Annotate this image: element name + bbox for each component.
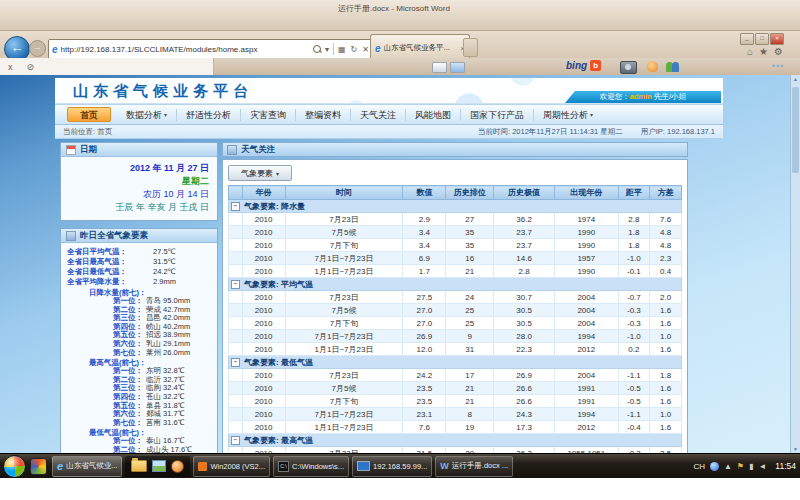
table-cell: 2004 xyxy=(555,291,618,304)
collapse-icon[interactable]: − xyxy=(231,280,240,289)
table-group-row[interactable]: −气象要素: 最高气温 xyxy=(229,434,682,447)
taskbar-task-word[interactable]: W 运行手册.docx ... xyxy=(435,456,513,477)
nav-item-2[interactable]: 舒适性分析 xyxy=(177,109,241,121)
volume-icon[interactable]: ◄ xyxy=(758,462,766,471)
scroll-up-icon[interactable]: ▲ xyxy=(791,76,800,82)
command-bar: x ⊘ bing b ••• xyxy=(0,58,800,75)
network-globe-icon[interactable] xyxy=(710,462,719,471)
camera-icon[interactable] xyxy=(620,61,637,74)
page-viewport: 山东省气候业务平台 欢迎您：admin 先生/小姐 首页数据分析▾舒适性分析灾害… xyxy=(0,75,800,453)
taskbar-task-vm[interactable]: Win2008 (VS2... xyxy=(193,456,270,477)
summary-item: 全省日最低气温：24.2℃ xyxy=(67,267,214,277)
overflow-dots-icon[interactable]: ••• xyxy=(772,61,784,71)
stop-button[interactable]: ✕ xyxy=(361,45,370,54)
paw-icon[interactable] xyxy=(647,61,658,72)
taskbar-task-ie[interactable]: e 山东省气候业... xyxy=(52,456,122,477)
collapse-icon[interactable]: − xyxy=(231,358,240,367)
people-icon[interactable] xyxy=(666,61,680,72)
date-panel-title: 日期 xyxy=(80,144,97,156)
compatibility-view-icon[interactable]: ▦ xyxy=(337,45,347,54)
table-cell: 7月下旬 xyxy=(285,317,403,330)
explorer-folder-icon[interactable] xyxy=(131,460,147,472)
date-panel-header: 日期 xyxy=(61,143,217,157)
table-group-row[interactable]: −气象要素: 最低气温 xyxy=(229,356,682,369)
mail-icon[interactable] xyxy=(432,62,447,73)
vm-icon xyxy=(198,462,207,471)
summary-label: 全省日最低气温： xyxy=(67,267,153,277)
taskbar-task-cmd[interactable]: C:\ C:\Windows\s... xyxy=(273,456,349,477)
table-cell: 2010 xyxy=(242,239,285,252)
network-icon[interactable]: ▮ xyxy=(749,462,753,471)
quick-launch-icon[interactable] xyxy=(30,458,47,475)
nav-item-1[interactable]: 数据分析▾ xyxy=(117,109,177,121)
tab-title[interactable]: 山东省气候业务平... xyxy=(384,43,458,53)
table-cell: 1.7 xyxy=(403,265,446,278)
search-dropdown-icon[interactable]: ▾ xyxy=(324,45,330,54)
nav-item-5[interactable]: 天气关注 xyxy=(351,109,406,121)
maximize-button[interactable]: □ xyxy=(755,33,769,45)
home-icon[interactable]: ⌂ xyxy=(747,46,753,57)
close-button[interactable]: × xyxy=(770,33,784,45)
refresh-button[interactable]: ↻ xyxy=(350,45,359,54)
scroll-down-icon[interactable]: ▼ xyxy=(791,446,800,452)
table-cell: 2010 xyxy=(242,213,285,226)
table-cell: 17.3 xyxy=(493,421,554,434)
table-cell: 2010 xyxy=(242,421,285,434)
image-viewer-icon[interactable] xyxy=(152,460,166,472)
language-indicator[interactable]: CH xyxy=(693,462,705,471)
group-cell: −气象要素: 最低气温 xyxy=(229,356,682,369)
expand-cell xyxy=(229,226,243,239)
nav-item-8[interactable]: 周期性分析▾ xyxy=(534,109,602,121)
expand-cell xyxy=(229,239,243,252)
collapse-icon[interactable]: − xyxy=(231,202,240,211)
close-toolbar-button[interactable]: x xyxy=(8,62,13,72)
table-cell: 2004 xyxy=(555,369,618,382)
group-name: 气象要素: 最高气温 xyxy=(244,436,313,445)
page-scrollbar[interactable]: ▲ ▼ xyxy=(790,75,800,453)
settings-gear-icon[interactable]: ⚙ xyxy=(774,46,783,57)
nav-item-6[interactable]: 风能地图 xyxy=(406,109,461,121)
taskbar-clock[interactable]: 11:54 xyxy=(771,461,796,471)
table-group-row[interactable]: −气象要素: 平均气温 xyxy=(229,278,682,291)
task-label: 192.168.59.99... xyxy=(373,462,427,471)
table-cell: 1月1日~7月23日 xyxy=(285,265,403,278)
nav-item-label: 舒适性分析 xyxy=(186,109,231,121)
message-icon[interactable] xyxy=(450,62,465,73)
table-cell: 36.2 xyxy=(493,213,554,226)
nav-item-3[interactable]: 灾害查询 xyxy=(241,109,296,121)
weekday: 星期二 xyxy=(69,175,209,188)
element-filter-button[interactable]: 气象要素 ▾ xyxy=(228,165,292,181)
table-cell: 19 xyxy=(446,421,494,434)
show-hidden-icons-arrow[interactable]: ▲ xyxy=(724,462,732,471)
table-row: 20107月下旬23.52126.61991-0.51.6 xyxy=(229,395,682,408)
table-cell: 25 xyxy=(446,317,494,330)
action-center-flag-icon[interactable]: ⚑ xyxy=(737,462,744,471)
table-cell: 21 xyxy=(446,395,494,408)
favorites-star-icon[interactable]: ★ xyxy=(759,46,768,57)
table-cell: 2.8 xyxy=(618,213,650,226)
new-tab-button[interactable] xyxy=(463,38,478,57)
rank-value: 成山头 17.6℃ xyxy=(146,446,192,453)
address-bar[interactable]: e http://192.168.137.1/SLCCLIMATE/module… xyxy=(48,39,374,59)
expand-cell xyxy=(229,252,243,265)
site-title: 山东省气候业务平台 xyxy=(73,82,253,101)
collapse-icon[interactable]: − xyxy=(231,436,240,445)
browser-tab[interactable]: e 山东省气候业务平... × xyxy=(370,34,470,61)
task-label: C:\Windows\s... xyxy=(292,462,344,471)
minimize-button[interactable]: _ xyxy=(740,33,754,45)
bing-logo[interactable]: bing b xyxy=(566,60,601,71)
search-icon[interactable] xyxy=(313,45,321,53)
table-group-row[interactable]: −气象要素: 降水量 xyxy=(229,200,682,213)
scrollbar-thumb[interactable] xyxy=(792,87,799,173)
nav-item-7[interactable]: 国家下行产品 xyxy=(461,109,534,121)
nav-item-4[interactable]: 整编资料 xyxy=(296,109,351,121)
taskbar-task-rdp[interactable]: 192.168.59.99... xyxy=(352,456,432,477)
start-button[interactable] xyxy=(3,455,26,478)
breadcrumb: 当前位置: 首页 xyxy=(63,127,112,137)
table-cell: 2.9 xyxy=(403,213,446,226)
column-header: 时间 xyxy=(285,186,403,200)
nav-item-0[interactable]: 首页 xyxy=(67,107,111,122)
forward-button[interactable]: → xyxy=(29,40,46,57)
url-text[interactable]: http://192.168.137.1/SLCCLIMATE/modules/… xyxy=(61,45,310,54)
media-player-icon[interactable] xyxy=(171,460,184,473)
